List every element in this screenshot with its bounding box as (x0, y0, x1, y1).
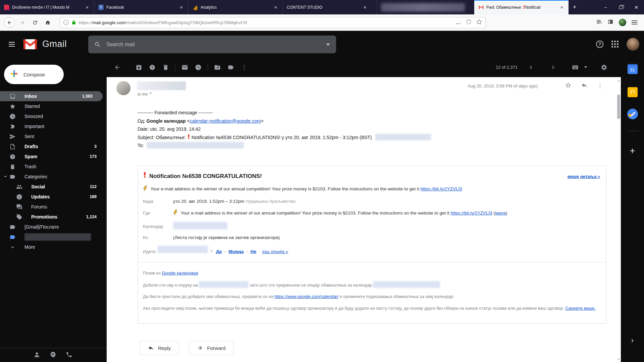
sidebar-item-starred[interactable]: Starred (0, 101, 107, 111)
sidebar-toggle-icon[interactable] (607, 19, 613, 26)
back-to-inbox-icon[interactable] (111, 61, 124, 74)
sidebar-item-categories[interactable]: Categories (0, 172, 107, 182)
tab-4[interactable]: CONTENT STUDIO (283, 0, 377, 14)
tab-close-icon[interactable] (362, 4, 368, 11)
tab-active[interactable]: Fwd: Обавештење: Notificati (474, 0, 569, 14)
older-email-icon[interactable] (546, 61, 560, 74)
get-addons-icon[interactable] (630, 145, 635, 156)
profile-icon[interactable] (34, 351, 40, 359)
gmail-menu-icon[interactable] (9, 41, 15, 48)
labels-icon[interactable] (224, 61, 237, 74)
reload-button[interactable] (30, 17, 40, 28)
compose-button[interactable]: Compose (4, 65, 64, 84)
sender-email-link[interactable]: calendar-notification@google.com (190, 118, 261, 124)
more-details-link[interactable]: више детаља » (568, 174, 600, 179)
input-tools-icon[interactable] (569, 61, 582, 74)
sidebar-item-snoozed[interactable]: Snoozed (0, 111, 107, 121)
search-options-caret-icon[interactable] (326, 44, 330, 48)
snooze-icon[interactable] (192, 61, 205, 74)
tab-5[interactable] (377, 0, 474, 14)
star-email-icon[interactable] (565, 82, 572, 90)
minimize-button[interactable] (598, 0, 613, 14)
window-close-button[interactable] (629, 0, 644, 14)
tracking-shield-icon[interactable] (466, 19, 472, 26)
reply-icon[interactable] (581, 82, 588, 90)
bookmark-star-icon[interactable] (476, 19, 482, 26)
recipient-summary[interactable]: to me (138, 92, 152, 97)
page-info-icon[interactable] (63, 20, 69, 25)
input-tools-caret-icon[interactable] (584, 66, 587, 70)
hangouts-icon[interactable] (50, 351, 56, 359)
calendar-settings-link[interactable]: https://www.google.com/calendar/ (274, 294, 338, 299)
more-options-link[interactable]: још опција » (262, 249, 288, 254)
tab-close-icon[interactable] (178, 4, 185, 11)
tab-2[interactable]: Facebook (94, 0, 189, 14)
settings-icon[interactable] (597, 61, 611, 74)
mark-unread-icon[interactable] (178, 61, 192, 74)
gmail-logo[interactable]: Gmail (23, 39, 67, 50)
sidebar-item-more[interactable]: More (0, 242, 107, 252)
sidebar-item-sent[interactable]: Sent (0, 131, 107, 141)
rsvp-maybe-link[interactable]: Можда (228, 249, 244, 254)
tab-3[interactable]: Analytics (189, 0, 283, 14)
calendar-icon[interactable]: 31 (628, 64, 638, 74)
rsvp-yes-link[interactable]: Да (216, 249, 222, 254)
help-icon[interactable] (596, 41, 603, 48)
google-calendar-link[interactable]: Google календара (162, 270, 198, 276)
sidebar-item-promotions[interactable]: Promotions1,124 (0, 212, 107, 222)
phone-icon[interactable] (66, 351, 72, 359)
report-spam-icon[interactable] (146, 61, 159, 74)
newer-email-icon[interactable] (524, 61, 538, 74)
new-tab-button[interactable] (569, 0, 581, 14)
back-button[interactable] (4, 17, 15, 28)
sidebar-item-social[interactable]: Social112 (0, 182, 107, 192)
sidebar-item-drafts[interactable]: Drafts3 (0, 141, 107, 152)
move-to-icon[interactable] (211, 61, 224, 74)
prize-link[interactable]: https://bit.ly/2YZVLf3 (420, 186, 462, 191)
google-apps-icon[interactable] (611, 41, 619, 48)
sidebar-item-redacted[interactable] (0, 232, 107, 242)
sidebar-item-forums[interactable]: Forums (0, 202, 107, 212)
library-icon[interactable] (596, 19, 602, 26)
tab-close-icon[interactable] (272, 4, 279, 11)
message-menu-icon[interactable] (597, 82, 603, 90)
sidebar-item--gmail-послате[interactable]: [Gmail]/Послате (0, 222, 107, 232)
scroll-up-icon[interactable] (616, 80, 621, 84)
rsvp-no-link[interactable]: Не (251, 249, 256, 254)
email-scrollbar[interactable] (616, 77, 621, 362)
learn-more-link[interactable]: Сазнајте више. (565, 306, 596, 311)
expand-caret-icon[interactable] (4, 176, 7, 179)
more-actions-icon[interactable] (237, 61, 251, 74)
sidebar-item-updates[interactable]: Updates189 (0, 192, 107, 202)
tab-close-icon[interactable] (558, 4, 565, 11)
collapse-panel-icon[interactable] (631, 336, 634, 345)
account-avatar[interactable] (627, 38, 639, 51)
sidebar-item-trash[interactable]: Trash (0, 162, 107, 172)
archive-icon[interactable] (132, 61, 146, 74)
map-link[interactable]: мапа (495, 210, 506, 216)
restore-button[interactable] (613, 0, 629, 14)
prize-link[interactable]: https://bit.ly/2YZVLf3 (450, 210, 492, 216)
tasks-icon[interactable] (627, 109, 638, 119)
scroll-down-icon[interactable] (616, 356, 621, 361)
forward-button[interactable] (17, 17, 28, 28)
keep-icon[interactable] (628, 87, 638, 97)
browser-menu-icon[interactable] (632, 19, 637, 25)
sender-avatar[interactable] (116, 81, 130, 95)
unread-count: 1,583 (82, 94, 93, 99)
sidebar-item-inbox[interactable]: Inbox1,583 (0, 91, 103, 101)
url-bar[interactable]: https://mail.google.com/mail/u/0/#inbox/… (60, 17, 486, 28)
delete-icon[interactable] (159, 61, 172, 74)
tab-1[interactable]: Društvene mreže i IT | Mondo M (0, 0, 94, 14)
search-input[interactable] (106, 42, 326, 48)
browser-profile-avatar[interactable] (619, 19, 626, 26)
page-actions-icon[interactable] (455, 19, 461, 25)
sidebar-item-important[interactable]: Important (0, 121, 107, 131)
home-button[interactable] (42, 17, 53, 28)
search-bar[interactable] (88, 36, 336, 53)
scrollbar-thumb[interactable] (617, 95, 620, 119)
tab-close-icon[interactable] (84, 4, 91, 11)
sidebar-item-spam[interactable]: Spam173 (0, 152, 107, 162)
forward-button[interactable]: Forward (189, 341, 234, 355)
reply-button[interactable]: Reply (140, 341, 179, 355)
